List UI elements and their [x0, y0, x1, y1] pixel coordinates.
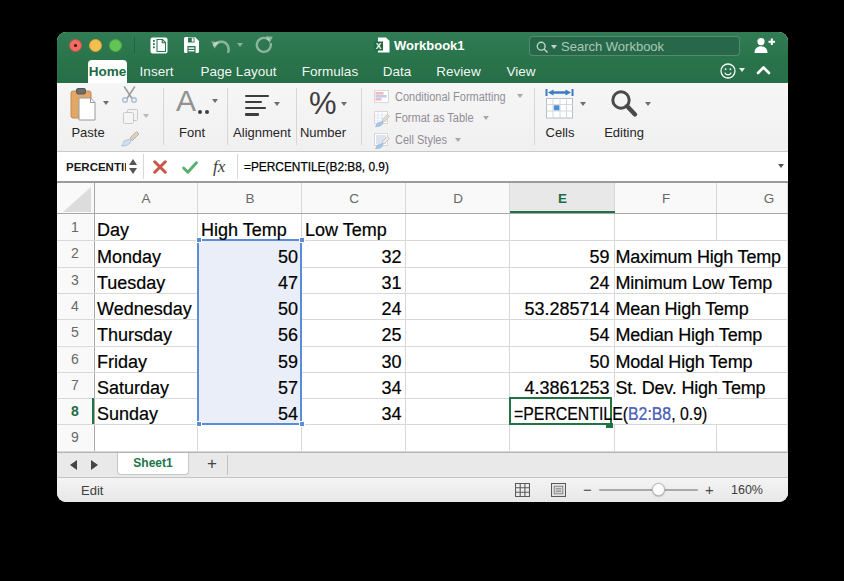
svg-text:X: X — [376, 41, 382, 51]
